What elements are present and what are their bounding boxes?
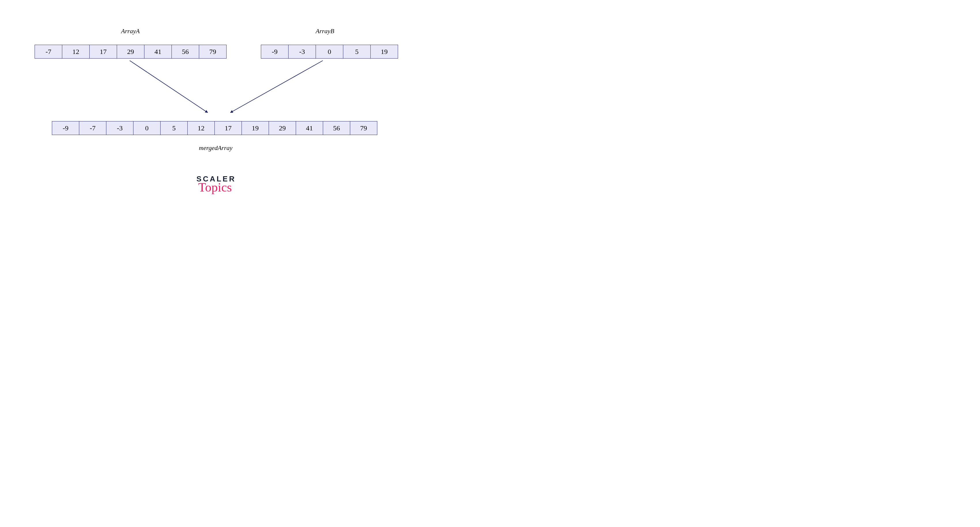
arrows-svg	[110, 59, 340, 115]
merged-cell: 41	[296, 121, 323, 135]
merged-cell: 17	[215, 121, 242, 135]
arrayA-cell: 12	[62, 45, 90, 59]
merged-cell: 0	[133, 121, 161, 135]
logo-topics-text: Topics	[194, 180, 236, 195]
arrayA-cell: 17	[89, 45, 117, 59]
arrow-left	[130, 61, 208, 112]
arraya-label: ArrayA	[121, 27, 140, 35]
arrayA-cell: 56	[172, 45, 199, 59]
merged-row: -9-7-30512171929415679	[52, 121, 377, 135]
arrayB-cell: -9	[261, 45, 288, 59]
merged-cell: -3	[106, 121, 134, 135]
merged-label: mergedArray	[199, 144, 232, 152]
arrayB-cell: 19	[371, 45, 398, 59]
logo: SCALER Topics	[197, 174, 236, 195]
arrayA-cell: 79	[199, 45, 227, 59]
merged-cell: 56	[323, 121, 350, 135]
merged-cell: 79	[350, 121, 377, 135]
arrayb-label: ArrayB	[316, 27, 334, 35]
merged-cell: 12	[187, 121, 215, 135]
arrayB-cell: 5	[343, 45, 371, 59]
merged-cell: -9	[52, 121, 79, 135]
merged-cell: 29	[269, 121, 296, 135]
merged-cell: -7	[79, 121, 107, 135]
merged-cell: 5	[160, 121, 188, 135]
arraya-row: -7121729415679	[35, 45, 227, 59]
arrayA-cell: -7	[35, 45, 62, 59]
arrayA-cell: 41	[144, 45, 172, 59]
arrayA-cell: 29	[117, 45, 145, 59]
arrayB-cell: -3	[288, 45, 316, 59]
arrayb-row: -9-30519	[261, 45, 398, 59]
merged-cell: 19	[242, 121, 269, 135]
arrow-right	[231, 61, 323, 112]
arrayB-cell: 0	[316, 45, 343, 59]
